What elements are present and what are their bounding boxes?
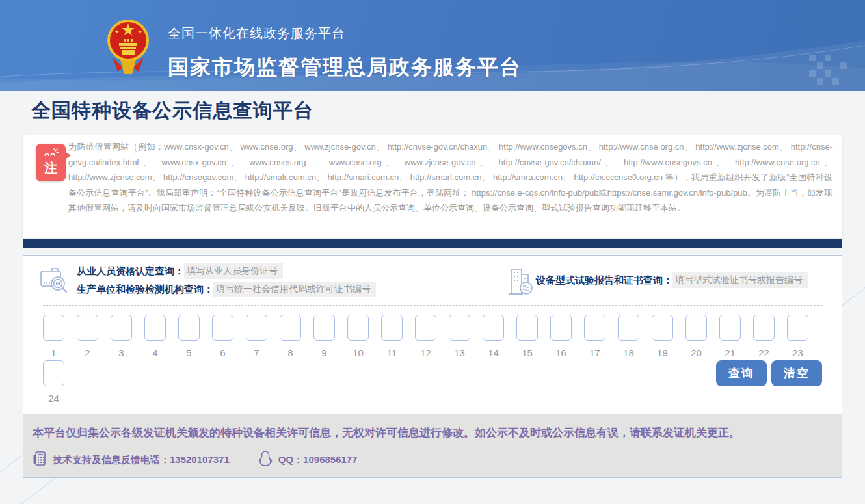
code-boxes-row2-cells: 24 — [43, 360, 64, 405]
code-char-input-5[interactable] — [178, 315, 200, 341]
code-box-number: 23 — [792, 347, 803, 359]
code-box-number: 18 — [623, 347, 634, 359]
portal-subtitle: 全国一体化在线政务服务平台 — [168, 25, 345, 47]
code-char-input-20[interactable] — [685, 315, 707, 341]
code-char-input-7[interactable] — [246, 315, 267, 341]
page-root: 全国一体化在线政务服务平台 国家市场监督管理总局政务服务平台 全国特种设备公示信… — [0, 0, 865, 504]
code-box-number: 8 — [287, 347, 293, 359]
code-box-number: 6 — [220, 347, 225, 359]
code-char-input-21[interactable] — [719, 315, 741, 341]
code-box-number: 14 — [488, 347, 499, 359]
code-box-cell: 17 — [584, 315, 606, 359]
fax-phone-icon — [33, 451, 47, 469]
code-box-cell: 24 — [43, 360, 64, 405]
qq-label: QQ： — [278, 454, 303, 465]
person-query-row: 从业人员资格认定查询：填写从业人员身份证号 — [77, 262, 376, 280]
clear-button[interactable]: 清空 — [771, 360, 822, 386]
code-box-cell: 13 — [449, 315, 470, 359]
code-box-number: 10 — [353, 347, 364, 359]
code-char-input-10[interactable] — [347, 315, 369, 341]
code-box-number: 16 — [555, 347, 566, 359]
code-box-number: 11 — [387, 347, 397, 359]
code-box-cell: 20 — [685, 315, 707, 359]
support-phone-number: 13520107371 — [170, 454, 230, 465]
right-query-hints: 设备型式试验报告和证书查询：填写型式试验证书号或报告编号 — [536, 271, 808, 289]
unit-query-label: 生产单位和检验检测机构查询： — [77, 284, 213, 296]
code-char-input-4[interactable] — [144, 315, 166, 341]
code-char-input-18[interactable] — [618, 315, 639, 341]
query-hints-section: 从业人员资格认定查询：填写从业人员身份证号 生产单位和检验检测机构查询：填写统一… — [23, 256, 842, 305]
code-box-cell: 16 — [550, 315, 572, 359]
code-char-input-6[interactable] — [212, 315, 233, 341]
building-certificate-icon — [506, 265, 535, 298]
qq-number: 1096856177 — [303, 454, 357, 465]
qq-penguin-icon — [258, 450, 273, 470]
action-buttons: 查询 清空 — [716, 360, 822, 386]
code-boxes-row2: 24 查询 清空 — [43, 360, 822, 405]
code-box-cell: 9 — [313, 315, 335, 359]
code-box-number: 17 — [589, 347, 600, 359]
code-char-input-24[interactable] — [43, 360, 64, 386]
code-char-input-14[interactable] — [483, 315, 504, 341]
unit-query-hint: 填写统一社会信用代码或许可证书编号 — [213, 282, 376, 297]
header-titles: 全国一体化在线政务服务平台 国家市场监督管理总局政务服务平台 — [168, 25, 522, 82]
disclaimer-text: 本平台仅归集公示各级发证机关颁发的特种设备相关许可信息，无权对许可信息进行修改。… — [33, 424, 819, 442]
person-query-label: 从业人员资格认定查询： — [77, 265, 184, 278]
support-phone-label: 技术支持及信息反馈电话： — [53, 454, 170, 465]
support-phone-text: 技术支持及信息反馈电话：13520107371 — [53, 454, 230, 466]
code-box-cell: 15 — [516, 315, 538, 359]
id-card-magnifier-icon — [39, 265, 69, 298]
anti-fake-notice-card: 注 为防范假冒网站（例如：www.cnsx-gov.cn、 www.cnse.o… — [23, 135, 842, 238]
code-box-cell: 18 — [618, 315, 639, 359]
code-box-cell: 4 — [144, 315, 166, 359]
code-box-number: 12 — [420, 347, 431, 359]
site-header: 全国一体化在线政务服务平台 国家市场监督管理总局政务服务平台 — [0, 0, 865, 91]
contact-row: 技术支持及信息反馈电话：13520107371 QQ：1096856177 — [33, 450, 832, 470]
code-char-input-12[interactable] — [415, 315, 436, 341]
device-query-label: 设备型式试验报告和证书查询： — [536, 274, 672, 287]
code-char-input-16[interactable] — [550, 315, 572, 341]
code-box-cell: 19 — [652, 315, 673, 359]
page-title: 全国特种设备公示信息查询平台 — [31, 98, 313, 124]
unit-query-row: 生产单位和检验检测机构查询：填写统一社会信用代码或许可证书编号 — [77, 280, 376, 298]
code-char-input-8[interactable] — [280, 315, 301, 341]
code-box-cell: 3 — [111, 315, 132, 359]
code-box-number: 15 — [522, 347, 533, 359]
device-query-hint: 填写型式试验证书号或报告编号 — [672, 272, 808, 288]
code-box-cell: 14 — [483, 315, 504, 359]
code-box-number: 24 — [48, 393, 59, 405]
code-char-input-9[interactable] — [313, 315, 335, 341]
code-box-number: 3 — [118, 347, 124, 359]
code-char-input-19[interactable] — [652, 315, 673, 341]
portal-title: 国家市场监督管理总局政务服务平台 — [168, 53, 522, 82]
code-boxes-row1: 1234567891011121314151617181920212223 — [43, 315, 822, 359]
code-box-cell: 7 — [246, 315, 267, 359]
code-char-input-23[interactable] — [787, 315, 808, 341]
code-box-number: 4 — [152, 347, 157, 359]
person-query-hint: 填写从业人员身份证号 — [184, 263, 283, 279]
code-box-number: 22 — [758, 347, 769, 359]
device-query-row: 设备型式试验报告和证书查询：填写型式试验证书号或报告编号 — [536, 271, 808, 289]
code-entry-section: 1234567891011121314151617181920212223 24… — [23, 306, 842, 414]
code-char-input-1[interactable] — [43, 315, 64, 341]
wink-face-icon — [42, 148, 59, 158]
note-badge: 注 — [36, 144, 66, 181]
code-char-input-15[interactable] — [516, 315, 538, 341]
code-char-input-2[interactable] — [77, 315, 98, 341]
code-box-cell: 1 — [43, 315, 64, 359]
notice-text: 为防范假冒网站（例如：www.cnsx-gov.cn、 www.cnse.org… — [68, 139, 832, 216]
code-box-cell: 23 — [787, 315, 808, 359]
code-char-input-3[interactable] — [111, 315, 132, 341]
code-box-cell: 22 — [753, 315, 775, 359]
section-divider-bar — [23, 239, 842, 248]
code-box-cell: 6 — [212, 315, 233, 359]
code-box-number: 9 — [321, 347, 326, 359]
code-box-cell: 12 — [415, 315, 436, 359]
code-char-input-22[interactable] — [753, 315, 775, 341]
code-char-input-11[interactable] — [381, 315, 403, 341]
code-char-input-17[interactable] — [584, 315, 606, 341]
code-box-cell: 11 — [381, 315, 403, 359]
code-char-input-13[interactable] — [449, 315, 470, 341]
query-button[interactable]: 查询 — [716, 360, 767, 386]
code-box-cell: 10 — [347, 315, 369, 359]
